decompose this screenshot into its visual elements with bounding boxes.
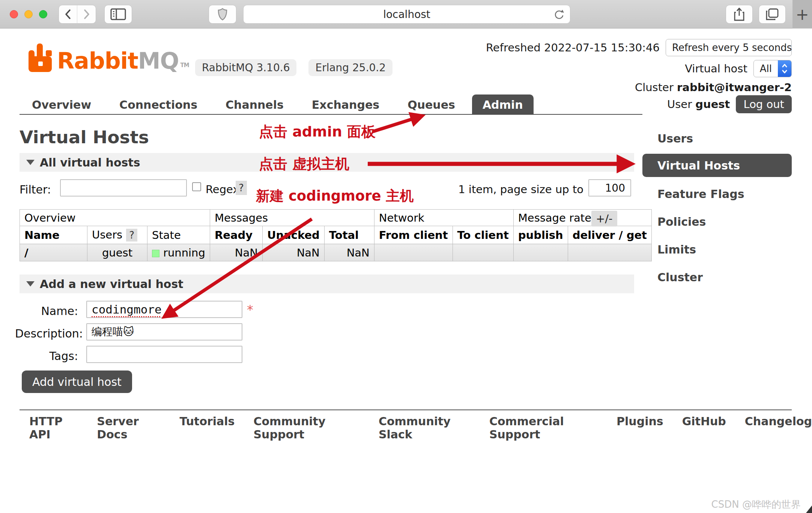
link-changelog[interactable]: Changelog bbox=[745, 415, 812, 441]
group-overview: Overview bbox=[20, 210, 210, 226]
add-virtual-host-button[interactable]: Add virtual host bbox=[22, 370, 132, 393]
name-label: Name: bbox=[15, 304, 78, 318]
plus-icon: + bbox=[795, 5, 809, 24]
tab-overview[interactable]: Overview bbox=[32, 98, 91, 111]
chevron-right-icon bbox=[84, 9, 90, 20]
running-status-icon bbox=[152, 250, 159, 257]
toggle-columns-button[interactable]: +/- bbox=[591, 211, 617, 226]
share-button[interactable] bbox=[726, 5, 753, 24]
link-plugins[interactable]: Plugins bbox=[617, 415, 663, 441]
tab-overview-button[interactable] bbox=[759, 5, 786, 24]
back-button[interactable] bbox=[59, 5, 77, 23]
tab-queues[interactable]: Queues bbox=[408, 98, 455, 111]
col-deliver-get[interactable]: deliver / get bbox=[568, 226, 651, 244]
description-input[interactable] bbox=[86, 323, 242, 340]
tab-exchanges[interactable]: Exchanges bbox=[312, 98, 379, 111]
link-github[interactable]: GitHub bbox=[682, 415, 726, 441]
link-commercial-support[interactable]: Commercial Support bbox=[489, 415, 598, 441]
sidebar-item-policies[interactable]: Policies bbox=[657, 215, 706, 228]
tags-label: Tags: bbox=[15, 350, 78, 363]
filter-input[interactable] bbox=[60, 179, 187, 196]
page-size-input[interactable] bbox=[588, 179, 631, 196]
link-community-support[interactable]: Community Support bbox=[253, 415, 359, 441]
tags-input[interactable] bbox=[86, 346, 242, 363]
user-row: User guest Log out bbox=[667, 95, 792, 113]
sidebar-toggle-button[interactable] bbox=[104, 5, 132, 24]
rabbitmq-logo[interactable]: RabbitMQTM bbox=[29, 44, 189, 72]
new-tab-button[interactable]: + bbox=[792, 0, 812, 28]
sidebar-item-virtual-hosts[interactable]: Virtual Hosts bbox=[642, 154, 792, 177]
url-text: localhost bbox=[383, 8, 430, 21]
col-name[interactable]: Name bbox=[20, 226, 87, 244]
screen: localhost + bbox=[0, 0, 812, 513]
link-server-docs[interactable]: Server Docs bbox=[97, 415, 161, 441]
refresh-row: Refreshed 2022-07-15 15:30:46 Refresh ev… bbox=[486, 39, 792, 56]
virtual-hosts-table: Overview Messages Network Message rates … bbox=[20, 209, 652, 261]
sidebar-item-cluster[interactable]: Cluster bbox=[657, 271, 703, 284]
required-asterisk: * bbox=[247, 302, 253, 317]
page-title: Virtual Hosts bbox=[20, 127, 149, 147]
cell-total: NaN bbox=[324, 244, 374, 261]
table-group-header-row: Overview Messages Network Message rates bbox=[20, 210, 652, 226]
pagination-text: 1 item, page size up to bbox=[432, 183, 583, 196]
user-label: User bbox=[667, 98, 692, 111]
vhost-row: Virtual host All bbox=[685, 60, 792, 77]
shield-icon bbox=[218, 8, 227, 21]
link-http-api[interactable]: HTTP API bbox=[29, 415, 78, 441]
tab-channels[interactable]: Channels bbox=[226, 98, 284, 111]
footer-divider bbox=[20, 410, 792, 410]
zoom-window-button[interactable] bbox=[39, 10, 47, 18]
version-badges: RabbitMQ 3.10.6 Erlang 25.0.2 bbox=[195, 59, 392, 76]
users-help-icon[interactable]: ? bbox=[126, 229, 137, 242]
section-add-virtual-host[interactable]: Add a new virtual host bbox=[20, 274, 634, 293]
tab-admin[interactable]: Admin bbox=[472, 94, 534, 115]
logout-button[interactable]: Log out bbox=[736, 95, 792, 113]
erlang-version-badge: Erlang 25.0.2 bbox=[308, 59, 392, 76]
regex-checkbox[interactable] bbox=[192, 182, 201, 191]
vhost-label: Virtual host bbox=[685, 62, 747, 75]
sidebar-item-feature-flags[interactable]: Feature Flags bbox=[657, 188, 744, 201]
col-total[interactable]: Total bbox=[324, 226, 374, 244]
reload-button[interactable] bbox=[553, 9, 565, 22]
tab-connections[interactable]: Connections bbox=[119, 98, 197, 111]
rabbitmq-logo-icon bbox=[29, 44, 52, 72]
collapse-triangle-icon bbox=[26, 160, 35, 165]
col-unacked[interactable]: Unacked bbox=[262, 226, 324, 244]
close-window-button[interactable] bbox=[10, 10, 18, 18]
select-stepper-icon bbox=[778, 60, 791, 77]
address-bar[interactable]: localhost bbox=[243, 5, 570, 24]
col-users[interactable]: Users? bbox=[87, 226, 147, 244]
regex-label: Regex bbox=[206, 183, 239, 196]
tabs-icon bbox=[766, 8, 779, 20]
cell-to-client bbox=[453, 244, 513, 261]
forward-button[interactable] bbox=[77, 5, 96, 23]
user-name: guest bbox=[695, 98, 730, 111]
col-state[interactable]: State bbox=[147, 226, 210, 244]
minimize-window-button[interactable] bbox=[24, 10, 33, 18]
col-from-client[interactable]: From client bbox=[374, 226, 453, 244]
filter-label: Filter: bbox=[20, 183, 51, 196]
cell-publish bbox=[513, 244, 568, 261]
collapse-triangle-icon bbox=[26, 281, 35, 286]
vhost-select[interactable]: All bbox=[753, 60, 792, 77]
reload-icon bbox=[553, 9, 565, 21]
group-message-rates: Message rates bbox=[513, 210, 651, 226]
name-input[interactable]: codingmore bbox=[86, 301, 242, 318]
arrow-to-admin-tab bbox=[373, 119, 413, 132]
col-to-client[interactable]: To client bbox=[453, 226, 513, 244]
watermark: CSDN @哗哗的世界 bbox=[711, 498, 801, 511]
sidebar-item-limits[interactable]: Limits bbox=[657, 243, 696, 256]
cell-ready: NaN bbox=[210, 244, 262, 261]
cell-vhost-name[interactable]: / bbox=[20, 244, 87, 261]
refresh-interval-select[interactable]: Refresh every 5 seconds bbox=[666, 39, 792, 56]
privacy-report-button[interactable] bbox=[209, 5, 236, 24]
col-ready[interactable]: Ready bbox=[210, 226, 262, 244]
sidebar-item-users[interactable]: Users bbox=[657, 132, 693, 145]
history-nav-group bbox=[59, 5, 96, 24]
link-community-slack[interactable]: Community Slack bbox=[379, 415, 471, 441]
col-publish[interactable]: publish bbox=[513, 226, 568, 244]
annotation-create-host: 新建 codingmore 主机 bbox=[256, 187, 414, 206]
cluster-row: Cluster rabbit@itwanger-2 bbox=[635, 81, 792, 94]
link-tutorials[interactable]: Tutorials bbox=[180, 415, 235, 441]
filter-help-icon[interactable]: ? bbox=[236, 181, 247, 195]
